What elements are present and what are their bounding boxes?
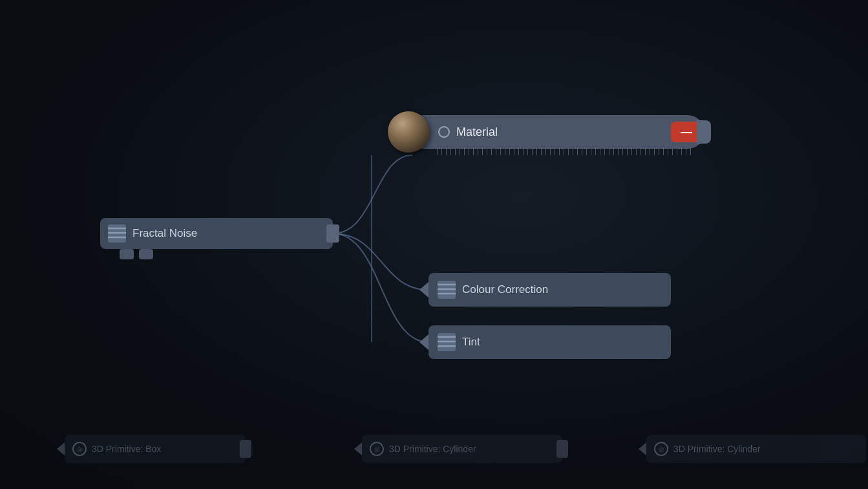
material-right-handle[interactable] <box>697 120 711 144</box>
bottom-node-box[interactable]: ◎ 3D Primitive: Box <box>65 435 246 463</box>
fractal-hatch-icon <box>108 224 126 243</box>
fractal-bottom-connectors <box>120 249 153 259</box>
bottom-cyl1-right-handle[interactable] <box>556 440 568 458</box>
tint-node[interactable]: Tint <box>429 325 671 359</box>
bottom-cyl2-icon: ◎ <box>654 442 668 456</box>
colour-correction-label: Colour Correction <box>462 283 548 296</box>
tint-left-arrow <box>419 334 429 350</box>
tint-hatch-icon <box>438 333 456 351</box>
colour-correction-node[interactable]: Colour Correction <box>429 273 671 307</box>
bottom-box-icon: ◎ <box>72 442 87 456</box>
tint-label: Tint <box>462 336 480 349</box>
bottom-box-left-arrow <box>57 442 65 455</box>
colour-left-arrow <box>419 282 429 298</box>
bottom-node-cylinder-1[interactable]: ◎ 3D Primitive: Cylinder <box>362 435 562 463</box>
material-node[interactable]: Material — <box>394 115 704 149</box>
bottom-node-cylinder-2[interactable]: ◎ 3D Primitive: Cylinder <box>646 435 866 463</box>
material-circle-indicator <box>438 126 450 138</box>
bottom-cyl1-left-arrow <box>354 442 362 455</box>
material-sphere <box>388 111 429 153</box>
bottom-cyl1-icon: ◎ <box>370 442 384 456</box>
fractal-noise-node[interactable]: Fractal Noise <box>100 218 333 249</box>
bottom-box-label: 3D Primitive: Box <box>92 444 161 454</box>
node-canvas[interactable]: Material — Fractal Noise Colour <box>0 0 868 489</box>
bottom-cyl2-label: 3D Primitive: Cylinder <box>673 444 761 454</box>
colour-hatch-icon <box>438 281 456 299</box>
bottom-cyl2-left-arrow <box>639 442 646 455</box>
bottom-cyl1-label: 3D Primitive: Cylinder <box>389 444 476 454</box>
material-node-title: Material <box>456 125 671 139</box>
fractal-bottom-connector-2[interactable] <box>139 249 153 259</box>
fractal-noise-label: Fractal Noise <box>132 227 197 240</box>
fractal-right-connector[interactable] <box>326 224 339 243</box>
fractal-bottom-connector-1[interactable] <box>120 249 134 259</box>
bottom-box-right-handle[interactable] <box>240 440 251 458</box>
